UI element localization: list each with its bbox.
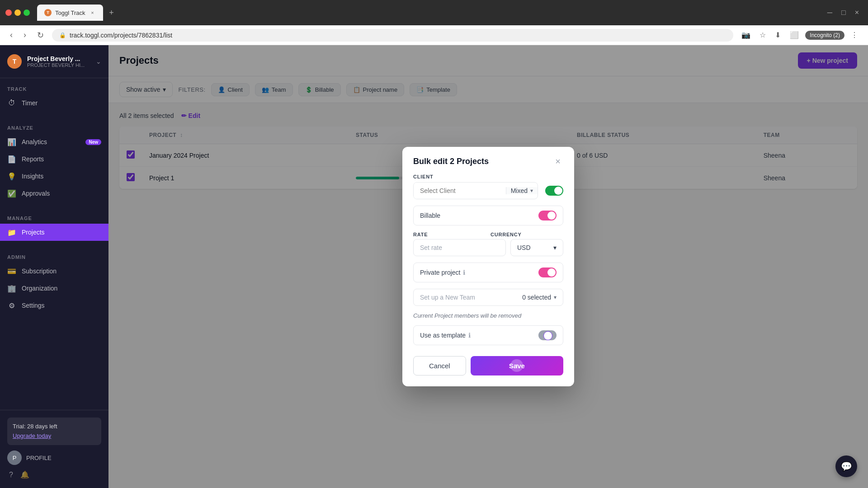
modal-overlay[interactable]: Bulk edit 2 Projects × CLIENT Mixed [108,45,868,488]
support-widget[interactable]: 💬 [835,455,857,477]
projects-label: Projects [22,229,101,236]
sidebar-footer: Trial: 28 days left Upgrade today P PROF… [0,410,108,488]
modal-header: Bulk edit 2 Projects × [402,147,574,174]
extensions-btn[interactable]: ⬜ [787,29,802,41]
bulk-edit-modal: Bulk edit 2 Projects × CLIENT Mixed [402,147,574,386]
approvals-icon: ✅ [7,189,16,198]
approvals-label: Approvals [22,190,101,197]
sidebar-item-reports[interactable]: 📄 Reports [0,150,108,168]
template-label-text: Use as template [420,332,466,339]
client-mixed-chevron-icon: ▾ [530,188,533,194]
analyze-section: ANALYZE 📊 Analytics New 📄 Reports 💡 Insi… [0,117,108,207]
help-icon[interactable]: ? [7,469,15,481]
profile-row[interactable]: P PROFILE [7,450,101,465]
private-label-text: Private project [420,269,460,276]
sidebar-bottom-icons: ? 🔔 [7,469,101,481]
admin-section-label: ADMIN [0,252,108,263]
sidebar-item-insights[interactable]: 💡 Insights [0,168,108,185]
window-close-btn[interactable] [5,9,12,16]
sidebar-item-settings[interactable]: ⚙ Settings [0,297,108,314]
reload-btn[interactable]: ↻ [34,28,47,42]
private-toggle[interactable] [538,267,557,277]
billable-toggle[interactable] [538,211,557,221]
upgrade-link[interactable]: Upgrade today [13,432,51,439]
workspace-sub: PROJECT BEVERLY HI... [27,62,90,68]
sidebar-item-subscription[interactable]: 💳 Subscription [0,263,108,280]
browser-chrome: T Toggl Track × + ─ □ × [0,0,868,25]
tab-bar: T Toggl Track × + [37,5,820,21]
private-info-icon[interactable]: ℹ [463,269,465,276]
support-chat-icon: 💬 [841,461,852,472]
organization-label: Organization [22,285,101,292]
analytics-new-badge: New [85,139,101,145]
manage-section: MANAGE 📁 Projects [0,207,108,246]
client-mixed-label: Mixed [511,187,528,194]
client-row-wrapper: Mixed ▾ [413,182,563,199]
restore-window-btn[interactable]: □ [838,7,849,19]
download-btn[interactable]: ⬇ [772,29,783,41]
profile-label: PROFILE [26,455,52,461]
insights-icon: 💡 [7,172,16,181]
track-section: TRACK ⏱ Timer [0,78,108,117]
team-selected-value: 0 selected [522,294,551,301]
url-bar[interactable]: 🔒 track.toggl.com/projects/7862831/list [52,29,733,42]
analytics-icon: 📊 [7,137,16,146]
menu-btn[interactable]: ⋮ [848,29,861,41]
avatar: P [7,450,22,465]
star-btn[interactable]: ☆ [757,29,769,41]
team-note: Current Project members will be removed [413,312,563,319]
currency-chevron-icon: ▾ [553,244,557,251]
tab-close-btn[interactable]: × [89,9,96,16]
window-maximize-btn[interactable] [24,9,30,16]
analytics-label: Analytics [22,138,80,145]
rate-input[interactable] [413,239,506,256]
currency-value: USD [517,244,531,251]
cancel-button[interactable]: Cancel [413,356,466,375]
new-tab-btn[interactable]: + [105,6,118,19]
forward-btn[interactable]: › [21,28,29,42]
browser-actions: 📷 ☆ ⬇ ⬜ Incognito (2) ⋮ [739,29,861,41]
active-tab[interactable]: T Toggl Track × [37,5,103,21]
template-toggle[interactable] [538,330,557,340]
back-btn[interactable]: ‹ [7,28,15,42]
client-row: Mixed ▾ [413,182,538,199]
modal-title: Bulk edit 2 Projects [413,157,489,166]
sidebar: T Project Beverly ... PROJECT BEVERLY HI… [0,45,108,488]
close-window-btn[interactable]: × [851,7,863,19]
private-project-row: Private project ℹ [413,263,563,282]
save-button[interactable]: Save ↑ [471,356,563,375]
lock-icon: 🔒 [59,32,66,38]
cursor-indicator: ↑ [510,359,523,372]
manage-section-label: MANAGE [0,213,108,224]
url-text: track.toggl.com/projects/7862831/list [70,32,172,39]
sidebar-item-analytics[interactable]: 📊 Analytics New [0,133,108,150]
alert-icon[interactable]: 🔔 [19,469,31,481]
workspace-chevron-icon: ⌄ [96,58,101,65]
client-input[interactable] [414,183,506,199]
admin-section: ADMIN 💳 Subscription 🏢 Organization ⚙ Se… [0,246,108,319]
browser-window-controls: ─ □ × [824,7,863,19]
team-selected: 0 selected ▾ [522,294,557,301]
address-bar: ‹ › ↻ 🔒 track.toggl.com/projects/7862831… [0,25,868,45]
rate-currency-row: USD ▾ [413,239,563,256]
sidebar-item-organization[interactable]: 🏢 Organization [0,280,108,297]
currency-select[interactable]: USD ▾ [510,239,563,256]
sidebar-item-timer[interactable]: ⏱ Timer [0,94,108,112]
subscription-label: Subscription [22,267,101,275]
minimize-window-btn[interactable]: ─ [824,7,836,19]
rate-currency-labels: RATE CURRENCY [413,232,563,237]
window-minimize-btn[interactable] [14,9,21,16]
timer-label: Timer [22,99,101,107]
main-content: Projects + New project Show active ▾ FIL… [108,45,868,488]
sidebar-item-projects[interactable]: 📁 Projects [0,224,108,241]
workspace-selector[interactable]: T Project Beverly ... PROJECT BEVERLY HI… [0,45,108,78]
camera-btn[interactable]: 📷 [739,29,753,41]
client-toggle[interactable] [545,186,563,196]
team-row[interactable]: Set up a New Team 0 selected ▾ [413,289,563,306]
template-info-icon[interactable]: ℹ [468,332,471,339]
client-mixed-dropdown[interactable]: Mixed ▾ [506,187,538,194]
modal-close-button[interactable]: × [552,156,563,167]
sidebar-item-approvals[interactable]: ✅ Approvals [0,185,108,202]
billable-field-row: Billable [413,206,563,225]
reports-icon: 📄 [7,155,16,164]
